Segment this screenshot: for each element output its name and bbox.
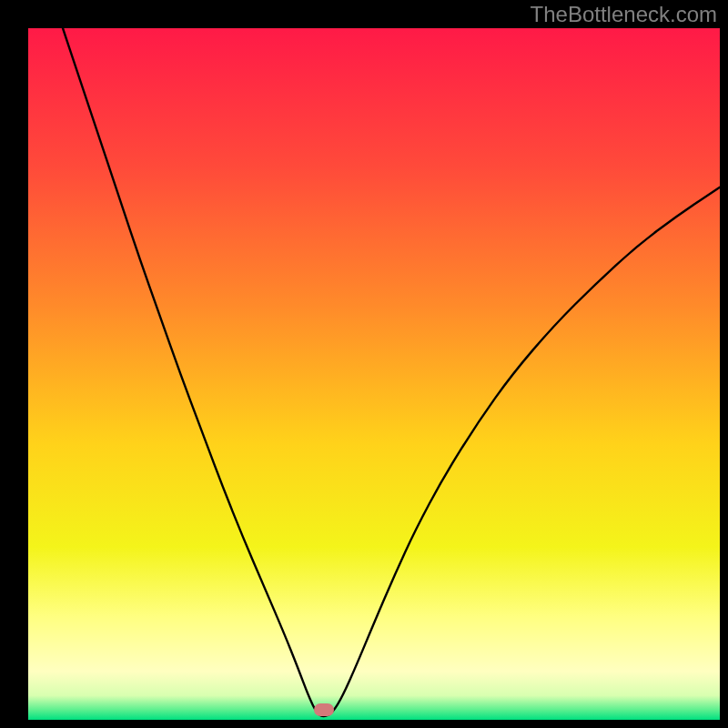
optimal-point-marker [314,703,334,716]
bottleneck-curve [63,28,720,716]
chart-frame: TheBottleneck.com [0,0,728,728]
watermark-text: TheBottleneck.com [531,2,717,27]
curve-layer [0,0,728,728]
